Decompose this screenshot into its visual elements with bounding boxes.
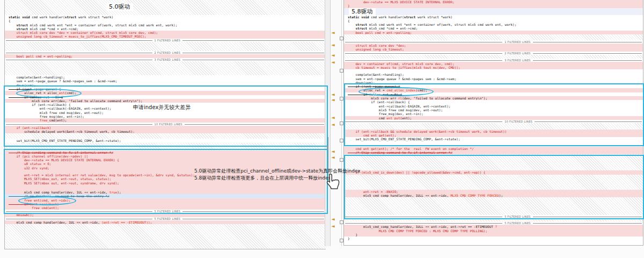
merge-arrow-icon[interactable]: ◄	[332, 123, 338, 127]
code-line[interactable]: mlx5_cmd_comp_handler(dev, 1UL << ent->i…	[5, 220, 325, 224]
filtered-lines-divider[interactable]: 5 FILTERED LINES	[344, 221, 643, 225]
code-line[interactable]: if (!ent->page_queue) {	[5, 87, 325, 91]
code-line[interactable]: down(sem);	[344, 81, 643, 84]
code-line[interactable]: dev = container_of(cmd, struct mlx5_core…	[344, 62, 643, 66]
filtered-lines-divider[interactable]: 2 FILTERED LINES	[5, 51, 325, 54]
fold-toggle-icon[interactable]	[340, 139, 343, 142]
code-line[interactable]: {	[5, 19, 325, 23]
filtered-lines-divider[interactable]: 3 FILTERED LINES	[344, 59, 643, 62]
code-line[interactable]: cb_timeout = msecs_to_jiffies(mlx5_tout_…	[344, 66, 643, 69]
filtered-lines-divider[interactable]: 10 FILTERED LINES	[344, 120, 643, 123]
code-line[interactable]: sem = ent->page_queue ? &cmd->pages_sem …	[344, 77, 643, 81]
code-line[interactable]: cmd_ent_get(ent); /* for the _real_ FW e…	[344, 147, 643, 150]
code-line[interactable]: dev->state == MLX5_DEVICE_STATE_INTERNAL…	[344, 0, 643, 4]
filtered-lines-divider[interactable]: 5 FILTERED LINES	[5, 217, 325, 220]
filtered-lines-divider[interactable]: 2 FILTERED LINES	[344, 52, 643, 55]
code-line[interactable]: mlx5_free_cmd_msg(dev, ent->out);	[344, 108, 643, 112]
code-line[interactable]: u8 status = 0;	[5, 162, 325, 166]
code-line[interactable]: struct mlx5_cmd_work_ent *ent = containe…	[5, 23, 325, 27]
code-line[interactable]: ent->ret = -ENXIO;	[344, 190, 643, 194]
filtered-lines-label: 10 FILTERED LINES	[152, 123, 185, 126]
code-line[interactable]: if (ent->callback) {	[344, 100, 643, 104]
code-line[interactable]: ent->callback(-EAGAIN, ent->context);	[344, 104, 643, 108]
merge-arrow-icon[interactable]: ◄	[332, 98, 338, 102]
code-line[interactable]: sem = ent->page_queue ? &cmd->pages_sem …	[5, 79, 325, 83]
code-line[interactable]: free_ent(cmd, ent->idx);	[5, 198, 325, 202]
filtered-lines-divider[interactable]: 10 FILTERED LINES	[5, 123, 325, 126]
code-line[interactable]: complete(&ent->handling);	[5, 75, 325, 79]
code-line[interactable]: MLX5_CMD_COMP_TYPE_FORCED : MLX5_CMD_COM…	[344, 229, 643, 233]
code-line[interactable]: struct mlx5_core_dev *dev = container_of…	[5, 31, 325, 34]
merge-arrow-icon[interactable]: ◄	[332, 155, 338, 160]
code-line[interactable]: }	[344, 236, 643, 240]
code-line[interactable]: alloc_ret = alloc_ent(cmd);	[5, 91, 325, 95]
code-line[interactable]: /* no doorbell, no need to keep the entr…	[5, 194, 325, 198]
merge-arrow-icon[interactable]: ◄	[332, 92, 338, 97]
filtered-lines-label: 1 FILTERED LINES	[502, 40, 533, 44]
filtered-lines-divider[interactable]: 3 FILTERED LINES	[5, 58, 325, 61]
merge-arrow-icon[interactable]: ◄	[332, 217, 338, 221]
filtered-lines-divider[interactable]: 1 FILTERED LINES	[5, 39, 325, 42]
code-line[interactable]: if (alloc_ret < 0) {	[5, 95, 325, 99]
fold-toggle-icon[interactable]	[340, 69, 343, 73]
left-pane-scrollbar[interactable]	[325, 0, 331, 246]
code-line[interactable]: set_bit(MLX5_CMD_ENT_STATE_PENDING_COMP,…	[344, 137, 643, 141]
merge-arrow-icon[interactable]: ◄	[332, 224, 338, 228]
code-line[interactable]: if (pci_channel_offline(dev->pdev) ||	[5, 154, 325, 158]
merge-arrow-icon[interactable]: ◄	[332, 43, 338, 47]
fold-toggle-icon[interactable]	[340, 158, 343, 162]
code-line[interactable]: mlx5_cmd_comp_handler(dev, 1ULL << ent->…	[344, 225, 643, 228]
filtered-lines-divider[interactable]: 5 FILTERED LINES	[5, 210, 325, 213]
code-line[interactable]: mlx5_cmd_comp_handler(dev, 1ULL << ent->…	[344, 194, 643, 197]
filtered-lines-divider[interactable]: 5 FILTERED LINES	[344, 215, 643, 218]
code-line[interactable]: complete(&ent->handling);	[344, 73, 643, 76]
code-line[interactable]: down(sem);	[5, 83, 325, 87]
fold-toggle-icon[interactable]	[340, 121, 343, 125]
code-line[interactable]: }	[344, 233, 643, 236]
code-line[interactable]: static void cmd_work_handler(struct work…	[344, 15, 643, 19]
code-line[interactable]: unsigned long cb_timeout;	[344, 47, 643, 51]
code-line[interactable]: free_cmd(ent);	[5, 206, 325, 210]
code-line[interactable]: free_msg(dev, ent->in);	[344, 112, 643, 116]
code-line[interactable]: schedule_delayed_work(&ent->cb_timeout_w…	[5, 130, 325, 133]
merge-arrow-icon[interactable]: ◄	[332, 31, 338, 35]
code-line[interactable]: mlx5_core_err(dev, "failed to allocate c…	[5, 99, 325, 103]
code-line[interactable]: free_cmd(ent);	[5, 118, 325, 122]
merge-arrow-icon[interactable]: ◄	[332, 53, 338, 58]
fold-toggle-icon[interactable]	[340, 97, 343, 101]
code-line[interactable]: bool poll_cmd = ent->polling;	[5, 54, 325, 58]
fold-toggle-icon[interactable]	[340, 239, 343, 242]
code-line[interactable]: mlx5_core_err_rl(dev, "failed to allocat…	[344, 96, 643, 100]
code-line[interactable]: static void cmd_work_handler(struct work…	[5, 15, 325, 19]
code-line[interactable]: mlx5_cmd_comp_handler(dev, 1UL << ent->i…	[5, 190, 325, 194]
code-line[interactable]: {	[344, 19, 643, 23]
code-line[interactable]: struct mlx5_cmd *cmd = ent->cmd;	[344, 26, 643, 30]
code-line[interactable]: if (!ent->page_queue) {	[344, 84, 643, 88]
code-line[interactable]: if (ent->callback && schedule_delayed_wo…	[344, 130, 643, 133]
fold-toggle-icon[interactable]	[340, 37, 343, 40]
filtered-lines-divider[interactable]: 1 FILTERED LINES	[344, 40, 643, 44]
code-line[interactable]: unsigned long cb_timeout = msecs_to_jiff…	[5, 34, 325, 38]
code-line[interactable]: /* Skip sending command to fw if interna…	[5, 150, 325, 154]
code-line[interactable]: if (mlx5_cmd_is_down(dev) || !opcode_all…	[344, 170, 643, 174]
code-line[interactable]: struct mlx5_core_dev *dev;	[344, 44, 643, 47]
merge-arrow-icon[interactable]: ◄	[332, 149, 338, 154]
code-line[interactable]: cmd_ent_put(ent);	[344, 116, 643, 120]
code-line[interactable]: dev->state == MLX5_DEVICE_STATE_INTERNAL…	[5, 158, 325, 162]
fold-toggle-icon[interactable]	[340, 220, 343, 224]
merge-arrow-icon[interactable]: ◄	[332, 116, 338, 120]
code-line[interactable]: bool poll_cmd = ent->polling;	[344, 31, 643, 34]
code-line[interactable]: if (alloc_ret < 0) {	[344, 92, 643, 96]
code-line[interactable]: alloc_ret = cmd_alloc_index(cmd);	[344, 88, 643, 92]
code-line[interactable]: struct mlx5_cmd *cmd = ent->cmd;	[5, 27, 325, 31]
merge-arrow-icon[interactable]: ◄	[332, 60, 338, 64]
code-line[interactable]: /* Skip sending command to fw if interna…	[344, 150, 643, 154]
code-line[interactable]: mmiowb();	[5, 213, 325, 217]
code-line[interactable]: if (ent->callback)	[5, 202, 325, 206]
code-line[interactable]: }	[344, 4, 643, 8]
code-line[interactable]: struct mlx5_cmd_work_ent *ent = containe…	[344, 23, 643, 26]
code-line[interactable]: set_bit(MLX5_CMD_ENT_STATE_PENDING_COMP,…	[5, 139, 325, 142]
code-line[interactable]: if (ent->callback)	[5, 126, 325, 130]
code-line[interactable]: free_msg(dev, ent->in);	[5, 114, 325, 118]
code-line[interactable]: cmd_ent_get(ent);	[344, 133, 643, 137]
